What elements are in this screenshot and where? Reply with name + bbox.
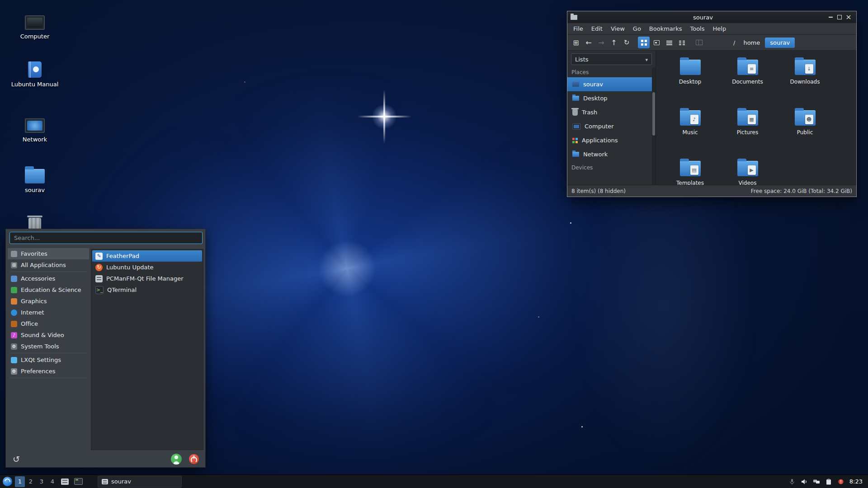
compact-view-button[interactable] <box>676 37 688 48</box>
category-lxqt-settings[interactable]: LXQt Settings <box>8 354 89 366</box>
menu-tools[interactable]: Tools <box>686 24 708 33</box>
network-icon[interactable] <box>813 478 820 485</box>
computer-icon <box>10 11 60 30</box>
folder-item-documents[interactable]: ≡ Documents <box>719 58 776 108</box>
category-all-applications[interactable]: ⊞ All Applications <box>8 259 89 271</box>
scrollbar-thumb[interactable] <box>652 92 655 136</box>
menu-edit[interactable]: Edit <box>588 24 606 33</box>
desktop-icon-label: Network <box>10 136 60 143</box>
path-segment-home[interactable]: home <box>738 38 765 48</box>
accessories-icon <box>11 276 17 282</box>
path-segment-sourav[interactable]: sourav <box>765 38 795 48</box>
category-label: Graphics <box>21 298 47 305</box>
category-graphics[interactable]: Graphics <box>8 296 89 307</box>
sidebar-item-sourav[interactable]: sourav <box>567 77 656 91</box>
new-tab-icon[interactable] <box>570 37 582 48</box>
category-sound-video[interactable]: ♪ Sound & Video <box>8 329 89 341</box>
category-accessories[interactable]: Accessories <box>8 273 89 284</box>
sidebar-item-trash[interactable]: Trash <box>567 105 656 119</box>
workspace-2-button[interactable]: 2 <box>26 476 36 487</box>
app-item-qterminal[interactable]: >_ QTerminal <box>92 284 202 296</box>
file-manager-launcher[interactable] <box>59 476 70 487</box>
desktop-icon-lubuntu-manual[interactable]: Lubuntu Manual <box>10 59 60 88</box>
folder-item-desktop[interactable]: Desktop <box>661 58 719 108</box>
app-item-featherpad[interactable]: ✎ FeatherPad <box>92 250 202 262</box>
folder-item-music[interactable]: ♪ Music <box>661 108 719 159</box>
folder-item-pictures[interactable]: ▦ Pictures <box>719 108 776 159</box>
menu-go[interactable]: Go <box>629 24 645 33</box>
start-menu-button[interactable] <box>0 475 14 488</box>
sidebar-item-network[interactable]: Network <box>567 147 656 161</box>
clipboard-icon[interactable] <box>825 478 832 485</box>
applications-icon <box>572 138 578 143</box>
app-item-lubuntu-update[interactable]: ↻ Lubuntu Update <box>92 262 202 273</box>
update-icon: ↻ <box>95 264 103 271</box>
folder-item-public[interactable]: ☻ Public <box>776 108 834 159</box>
workspace-4-button[interactable]: 4 <box>47 476 57 487</box>
network-icon <box>10 114 60 133</box>
category-label: Accessories <box>21 275 55 282</box>
forward-icon[interactable] <box>595 37 607 48</box>
terminal-launcher[interactable] <box>73 476 84 487</box>
menu-bookmarks[interactable]: Bookmarks <box>646 24 686 33</box>
window-titlebar[interactable]: sourav <box>567 11 856 23</box>
close-button[interactable] <box>844 13 853 21</box>
microphone-icon[interactable] <box>788 478 796 485</box>
window-title: sourav <box>580 14 826 21</box>
sidebar-mode-value: Lists <box>575 56 589 63</box>
minimize-button[interactable] <box>826 13 835 21</box>
workspace-3-button[interactable]: 3 <box>37 476 47 487</box>
category-favorites[interactable]: Favorites <box>8 248 89 259</box>
power-icon[interactable] <box>189 454 199 464</box>
folder-item-templates[interactable]: ▤ Templates <box>661 159 719 185</box>
desktop-icon-network[interactable]: Network <box>10 114 60 143</box>
category-label: Internet <box>21 309 44 316</box>
lubuntu-logo-icon <box>3 477 12 486</box>
desktop-icon-label: sourav <box>10 187 60 193</box>
detailed-list-view-button[interactable] <box>663 37 675 48</box>
menu-help[interactable]: Help <box>709 24 730 33</box>
thumbnail-view-button[interactable] <box>651 37 662 48</box>
folder-emblem: ≡ <box>748 64 756 74</box>
sidebar-mode-select[interactable]: Lists <box>571 53 652 65</box>
back-icon[interactable] <box>583 37 594 48</box>
category-label: Office <box>21 320 38 327</box>
sidebar-item-applications[interactable]: Applications <box>567 133 656 147</box>
desktop-icon-sourav-folder[interactable]: sourav <box>10 164 60 193</box>
search-input[interactable] <box>9 232 203 244</box>
toolbar: / home sourav <box>567 35 856 51</box>
sidebar-item-computer[interactable]: Computer <box>567 119 656 133</box>
folder-item-downloads[interactable]: ↓ Downloads <box>776 58 834 108</box>
split-view-button[interactable] <box>693 37 705 48</box>
icon-view-button[interactable] <box>638 37 650 48</box>
sidebar-item-desktop[interactable]: Desktop <box>567 91 656 105</box>
folder-icon: ▶ <box>737 161 758 176</box>
clock[interactable]: 8:23 <box>849 478 863 485</box>
wallpaper-star-dot <box>244 81 245 83</box>
category-system-tools[interactable]: ⚙ System Tools <box>8 341 89 352</box>
session-switch-icon[interactable]: ↺ <box>10 453 22 465</box>
up-icon[interactable] <box>608 37 620 48</box>
desktop-icon-computer[interactable]: Computer <box>10 11 60 40</box>
leave-icon[interactable] <box>171 454 182 465</box>
volume-icon[interactable] <box>801 478 808 485</box>
category-office[interactable]: Office <box>8 318 89 329</box>
folder-item-videos[interactable]: ▶ Videos <box>719 159 776 185</box>
app-item-pcmanfm[interactable]: PCManFM-Qt File Manager <box>92 273 202 284</box>
taskbar-window-button[interactable]: sourav <box>98 476 182 488</box>
maximize-button[interactable] <box>835 13 844 21</box>
workspace-1-button[interactable]: 1 <box>15 476 25 487</box>
category-internet[interactable]: Internet <box>8 307 89 318</box>
sidebar-scrollbar[interactable] <box>652 68 656 185</box>
folder-icon: ▦ <box>737 110 758 126</box>
status-bar: 8 item(s) (8 hidden) Free space: 24.0 Gi… <box>567 185 856 197</box>
notification-icon[interactable] <box>837 478 844 485</box>
path-root[interactable]: / <box>730 39 738 46</box>
sidebar: Lists Places sourav Desktop Trash Comput… <box>567 51 656 185</box>
refresh-icon[interactable] <box>621 37 632 48</box>
category-label: All Applications <box>21 262 66 268</box>
category-preferences[interactable]: ⚙ Preferences <box>8 366 89 377</box>
category-education-science[interactable]: Education & Science <box>8 284 89 296</box>
menu-view[interactable]: View <box>607 24 628 33</box>
menu-file[interactable]: File <box>570 24 587 33</box>
